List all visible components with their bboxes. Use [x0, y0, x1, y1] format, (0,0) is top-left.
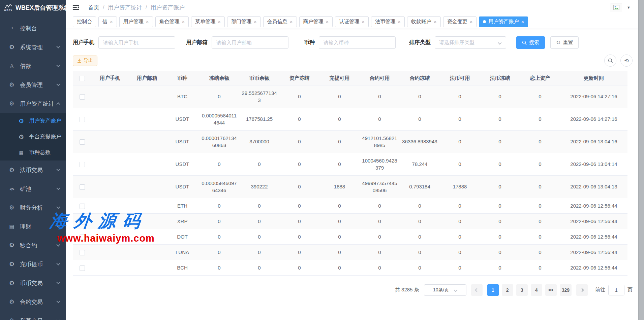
- tabs-bar: 控制台 借 × 用户管理 × 角色管理 × 菜: [66, 15, 644, 29]
- tab-close-icon[interactable]: ×: [470, 19, 473, 24]
- sidebar-item[interactable]: 借款: [0, 57, 66, 75]
- tab[interactable]: 角色管理 ×: [155, 16, 189, 27]
- page-size-select[interactable]: 10条/页: [424, 284, 466, 296]
- cell-asset-frozen: 0: [279, 85, 319, 108]
- cell-updated: 2022-09-06 14:27:16: [560, 108, 627, 130]
- row-checkbox[interactable]: [80, 250, 85, 255]
- tab-close-icon[interactable]: ×: [254, 19, 257, 24]
- page-button[interactable]: •••: [545, 284, 557, 296]
- cell-chain-asset: 0: [520, 130, 560, 153]
- tab[interactable]: 控制台: [73, 16, 96, 27]
- sidebar-item[interactable]: 币种总数: [0, 145, 66, 161]
- goto-page-input[interactable]: [608, 285, 624, 295]
- sidebar-item[interactable]: 合约交易: [0, 292, 66, 311]
- tab[interactable]: 菜单管理 ×: [191, 16, 225, 27]
- sidebar-fold-icon[interactable]: [72, 3, 80, 11]
- tab-label: 控制台: [77, 19, 92, 25]
- sidebar-item[interactable]: 平台充提账户: [0, 129, 66, 145]
- tab[interactable]: 用户管理 ×: [119, 16, 153, 27]
- tab-close-icon[interactable]: ×: [218, 19, 221, 24]
- email-input[interactable]: [212, 36, 288, 49]
- row-checkbox[interactable]: [80, 139, 85, 145]
- tab-close-icon[interactable]: ×: [521, 19, 524, 24]
- sort-select[interactable]: 请选择排序类型: [435, 36, 506, 49]
- row-checkbox[interactable]: [80, 94, 85, 100]
- avatar[interactable]: [611, 3, 622, 12]
- page-button[interactable]: 329: [560, 284, 572, 296]
- cell-updated: 2022-09-06 13:04:13: [560, 175, 627, 198]
- tab-close-icon[interactable]: ×: [110, 19, 113, 24]
- row-checkbox[interactable]: [80, 184, 85, 190]
- cell-frozen-balance: 0: [199, 153, 239, 175]
- sidebar-item[interactable]: 矿池: [0, 179, 66, 198]
- select-all-checkbox[interactable]: [80, 76, 85, 81]
- export-button[interactable]: 导出: [73, 56, 97, 66]
- tab-label: 部门管理: [231, 19, 251, 25]
- sidebar-item[interactable]: 用户资产账户: [0, 113, 66, 129]
- tab[interactable]: 资金变更 ×: [443, 16, 477, 27]
- tab[interactable]: 部门管理 ×: [227, 16, 261, 27]
- cell-chain-asset: 0: [520, 175, 560, 198]
- cell-contract-available: 0: [360, 260, 400, 275]
- tab-close-icon[interactable]: ×: [398, 19, 401, 24]
- tab-close-icon[interactable]: ×: [362, 19, 365, 24]
- sidebar-item-label: 用户资产统计: [20, 100, 54, 108]
- page-button[interactable]: 3: [516, 284, 528, 296]
- cell-contract-frozen: 0: [400, 108, 440, 130]
- tab[interactable]: 会员信息 ×: [263, 16, 297, 27]
- tab-close-icon[interactable]: ×: [290, 19, 293, 24]
- breadcrumb-home[interactable]: 首页: [88, 4, 99, 11]
- sidebar-item[interactable]: 币币交易: [0, 274, 66, 292]
- cell-asset-frozen: 0: [279, 260, 319, 275]
- phone-input[interactable]: [98, 36, 175, 49]
- sidebar-item[interactable]: 财务分析: [0, 198, 66, 217]
- sidebar-item-label: 法币交易: [20, 166, 43, 174]
- sidebar-item[interactable]: 私募交易: [0, 311, 66, 320]
- cell-email: [128, 175, 165, 198]
- sidebar-item[interactable]: 理财: [0, 217, 66, 236]
- page-button[interactable]: 1: [487, 284, 499, 296]
- sidebar-item[interactable]: 控制台: [0, 19, 66, 38]
- tab[interactable]: 用户资产账户 ×: [479, 16, 528, 27]
- tab-close-icon[interactable]: ×: [182, 19, 185, 24]
- table-search-button[interactable]: [604, 55, 616, 67]
- page-button[interactable]: 2: [502, 284, 513, 296]
- sidebar-item[interactable]: 会员管理: [0, 75, 66, 94]
- tab[interactable]: 借 ×: [98, 16, 117, 27]
- sidebar-item[interactable]: 充币提币: [0, 255, 66, 274]
- coin-input[interactable]: [319, 36, 396, 49]
- breadcrumb-stats[interactable]: 用户资产统计: [108, 4, 142, 11]
- page-button[interactable]: 4: [531, 284, 542, 296]
- total-count: 共 3285 条: [395, 287, 419, 293]
- tab[interactable]: 法币管理 ×: [371, 16, 405, 27]
- tab-close-icon[interactable]: ×: [326, 19, 329, 24]
- reset-button[interactable]: ↻ 重置: [550, 36, 579, 49]
- row-checkbox[interactable]: [80, 162, 85, 167]
- tab[interactable]: 商户管理 ×: [299, 16, 333, 27]
- sidebar-item[interactable]: 系统管理: [0, 38, 66, 57]
- tab-close-icon[interactable]: ×: [146, 19, 149, 24]
- next-page-button[interactable]: [576, 284, 588, 296]
- pagination: 共 3285 条 10条/页 1 2 3 4 ••• 329 前往 页: [66, 276, 644, 296]
- row-checkbox[interactable]: [80, 204, 85, 209]
- cell-updated: 2022-09-06 14:27:16: [560, 85, 627, 108]
- row-checkbox[interactable]: [80, 235, 85, 240]
- prev-page-button[interactable]: [471, 284, 483, 296]
- sidebar-item[interactable]: 用户资产统计: [0, 94, 66, 113]
- sidebar-item[interactable]: 秒合约: [0, 236, 66, 255]
- cell-spot-balance: 0: [239, 213, 279, 229]
- sidebar-item-label: 控制台: [20, 25, 37, 32]
- cell-fiat-frozen: 0: [480, 108, 520, 130]
- row-checkbox[interactable]: [80, 265, 85, 271]
- user-menu-caret-icon[interactable]: ▼: [627, 5, 631, 9]
- sidebar-item[interactable]: 法币交易: [0, 161, 66, 179]
- search-button[interactable]: 搜索: [516, 36, 545, 49]
- row-checkbox[interactable]: [80, 117, 85, 122]
- window-scrollbar[interactable]: [638, 0, 644, 320]
- row-checkbox[interactable]: [80, 219, 85, 224]
- tab[interactable]: 收款账户 ×: [407, 16, 441, 27]
- tab-close-icon[interactable]: ×: [434, 19, 437, 24]
- cell-spot-balance: 390222: [239, 175, 279, 198]
- tab[interactable]: 认证管理 ×: [335, 16, 369, 27]
- table-refresh-button[interactable]: ⟲: [620, 55, 633, 67]
